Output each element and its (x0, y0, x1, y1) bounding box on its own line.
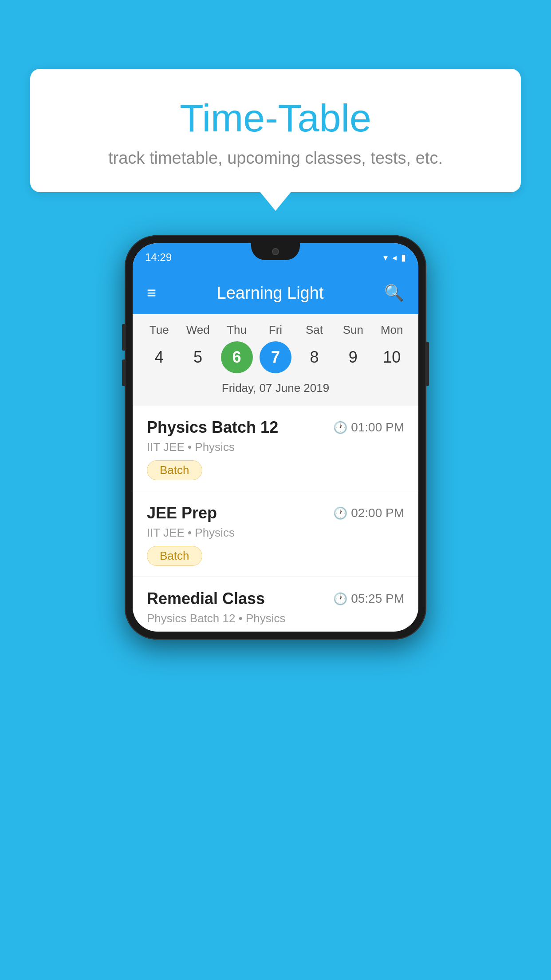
schedule-item-1-header: Physics Batch 12 🕐 01:00 PM (147, 418, 404, 437)
search-icon[interactable]: 🔍 (384, 284, 404, 302)
day-4[interactable]: 4 (143, 341, 175, 373)
day-header-mon: Mon (376, 323, 408, 337)
time-value-3: 05:25 PM (351, 592, 404, 606)
time-value-2: 02:00 PM (351, 506, 404, 520)
time-value-1: 01:00 PM (351, 420, 404, 435)
speech-bubble: Time-Table track timetable, upcoming cla… (30, 69, 521, 192)
camera (272, 248, 279, 255)
signal-icon: ◂ (392, 252, 397, 263)
schedule-item-2-header: JEE Prep 🕐 02:00 PM (147, 504, 404, 522)
schedule-item-3-header: Remedial Class 🕐 05:25 PM (147, 589, 404, 608)
day-6-today[interactable]: 6 (221, 341, 253, 373)
phone-container: 14:29 ▾ ◂ ▮ ≡ Learning Light 🔍 Tue (125, 235, 426, 640)
status-time: 14:29 (145, 251, 172, 264)
phone-frame: 14:29 ▾ ◂ ▮ ≡ Learning Light 🔍 Tue (125, 235, 426, 640)
clock-icon-1: 🕐 (333, 421, 347, 435)
day-header-tue: Tue (143, 323, 175, 337)
day-headers: Tue Wed Thu Fri Sat Sun Mon (133, 323, 418, 341)
schedule-subtitle-1: IIT JEE • Physics (147, 440, 404, 454)
batch-tag-2: Batch (147, 546, 202, 566)
schedule-item-2[interactable]: JEE Prep 🕐 02:00 PM IIT JEE • Physics Ba… (133, 491, 418, 577)
schedule-time-2: 🕐 02:00 PM (333, 506, 404, 520)
volume-down-button (122, 360, 125, 386)
schedule-time-3: 🕐 05:25 PM (333, 592, 404, 606)
schedule-item-3[interactable]: Remedial Class 🕐 05:25 PM Physics Batch … (133, 577, 418, 625)
day-9[interactable]: 9 (337, 341, 369, 373)
clock-icon-3: 🕐 (333, 592, 347, 606)
schedule-title-1: Physics Batch 12 (147, 418, 278, 437)
wifi-icon: ▾ (383, 252, 388, 263)
day-10[interactable]: 10 (376, 341, 408, 373)
schedule-title-2: JEE Prep (147, 504, 217, 522)
power-button (426, 342, 429, 386)
volume-up-button (122, 324, 125, 351)
schedule-subtitle-2: IIT JEE • Physics (147, 526, 404, 540)
day-header-sat: Sat (298, 323, 330, 337)
speech-bubble-container: Time-Table track timetable, upcoming cla… (30, 69, 521, 192)
status-bar: 14:29 ▾ ◂ ▮ (133, 243, 418, 272)
day-header-wed: Wed (182, 323, 214, 337)
schedule-time-1: 🕐 01:00 PM (333, 420, 404, 435)
schedule-title-3: Remedial Class (147, 589, 265, 608)
schedule-subtitle-3: Physics Batch 12 • Physics (147, 612, 404, 625)
day-5[interactable]: 5 (182, 341, 214, 373)
calendar-strip: Tue Wed Thu Fri Sat Sun Mon 4 5 6 7 8 9 … (133, 314, 418, 406)
battery-icon: ▮ (401, 252, 406, 263)
day-8[interactable]: 8 (298, 341, 330, 373)
app-title: Learning Light (156, 284, 384, 303)
day-numbers: 4 5 6 7 8 9 10 (133, 341, 418, 379)
clock-icon-2: 🕐 (333, 506, 347, 520)
selected-date-label: Friday, 07 June 2019 (133, 379, 418, 402)
phone-screen: 14:29 ▾ ◂ ▮ ≡ Learning Light 🔍 Tue (133, 243, 418, 632)
notch (251, 243, 300, 260)
day-header-sun: Sun (337, 323, 369, 337)
schedule-item-1[interactable]: Physics Batch 12 🕐 01:00 PM IIT JEE • Ph… (133, 406, 418, 491)
schedule-list: Physics Batch 12 🕐 01:00 PM IIT JEE • Ph… (133, 406, 418, 625)
hamburger-icon[interactable]: ≡ (147, 284, 156, 302)
day-header-thu: Thu (221, 323, 253, 337)
batch-tag-1: Batch (147, 460, 202, 480)
app-bar: ≡ Learning Light 🔍 (133, 272, 418, 314)
day-header-fri: Fri (260, 323, 291, 337)
bubble-subtitle: track timetable, upcoming classes, tests… (66, 149, 485, 168)
status-icons: ▾ ◂ ▮ (383, 252, 406, 263)
bubble-title: Time-Table (66, 95, 485, 141)
day-7-selected[interactable]: 7 (260, 341, 291, 373)
